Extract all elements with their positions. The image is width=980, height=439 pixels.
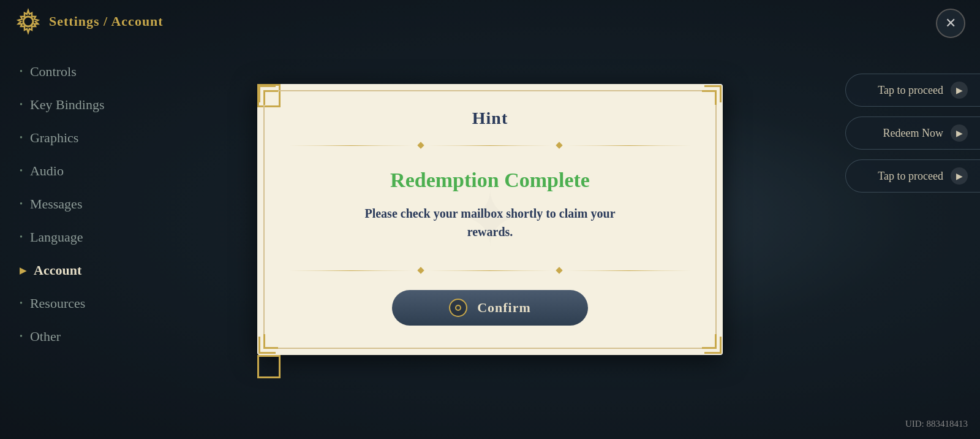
modal-body: Redemption Complete Please check your ma… bbox=[289, 162, 691, 253]
hint-modal: ✦ Hint Redemption Complete Please check … bbox=[257, 84, 723, 355]
confirm-button[interactable]: Confirm bbox=[392, 290, 588, 326]
confirm-icon bbox=[449, 299, 467, 317]
divider-line-left bbox=[289, 145, 413, 146]
redemption-title: Redemption Complete bbox=[289, 169, 691, 192]
divider-diamond-left bbox=[417, 267, 424, 273]
modal-inner: ✦ Hint Redemption Complete Please check … bbox=[263, 90, 717, 349]
divider-line-end bbox=[567, 145, 691, 146]
outer-corner-tr bbox=[704, 85, 722, 102]
divider-diamond-right bbox=[556, 142, 563, 148]
divider-line-right bbox=[428, 145, 552, 146]
modal-message: Please check your mailbox shortly to cla… bbox=[289, 204, 691, 241]
divider-line-left bbox=[289, 270, 413, 271]
modal-backdrop: ✦ Hint Redemption Complete Please check … bbox=[0, 0, 980, 439]
confirm-label: Confirm bbox=[477, 300, 531, 316]
modal-title: Hint bbox=[289, 109, 691, 128]
top-divider bbox=[289, 143, 691, 148]
outer-corner-tl bbox=[258, 85, 276, 102]
confirm-inner-dot bbox=[455, 305, 461, 311]
outer-corner-bl bbox=[258, 337, 276, 354]
divider-line-end bbox=[567, 270, 691, 271]
divider-line-right bbox=[428, 270, 552, 271]
divider-diamond-left bbox=[417, 142, 424, 148]
bottom-divider bbox=[289, 268, 691, 273]
outer-corner-br bbox=[704, 337, 722, 354]
divider-diamond-right bbox=[556, 267, 563, 273]
